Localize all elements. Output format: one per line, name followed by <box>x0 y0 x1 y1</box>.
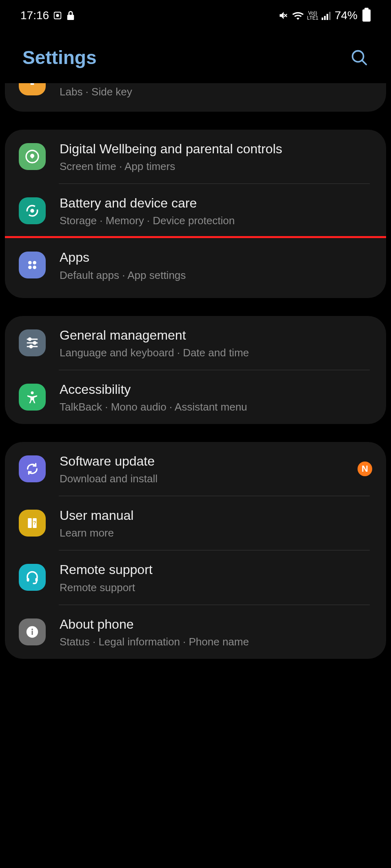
svg-line-7 <box>362 61 367 65</box>
svg-point-11 <box>28 261 32 265</box>
general-management-icon <box>19 329 46 356</box>
row-title: Remote support <box>60 561 372 579</box>
row-title: Accessibility <box>60 381 372 398</box>
svg-rect-4 <box>327 14 328 20</box>
status-bar: 17:16 Vo)) LTE1 74% <box>0 0 391 26</box>
row-digital-wellbeing[interactable]: Digital Wellbeing and parental controls … <box>5 130 386 183</box>
about-phone-icon <box>19 618 46 645</box>
row-user-manual[interactable]: ? User manual Learn more <box>5 496 386 550</box>
wifi-icon <box>292 11 304 20</box>
wellbeing-icon <box>19 143 46 170</box>
row-title: Battery and device care <box>60 194 372 212</box>
row-subtitle: Screen time · App timers <box>60 160 372 173</box>
row-subtitle: Remote support <box>60 581 372 594</box>
svg-rect-22 <box>28 518 31 528</box>
app-header: Settings <box>0 26 391 81</box>
svg-point-21 <box>31 391 34 394</box>
row-title: Software update <box>60 453 354 470</box>
svg-point-14 <box>33 266 36 269</box>
settings-section: Digital Wellbeing and parental controls … <box>5 130 386 298</box>
battery-percent: 74% <box>335 9 358 22</box>
row-subtitle: Storage · Memory · Device protection <box>60 214 372 227</box>
svg-rect-2 <box>322 18 323 20</box>
signal-icon <box>322 11 331 20</box>
row-title: Digital Wellbeing and parental controls <box>60 140 372 158</box>
row-software-update[interactable]: Software update Download and install N <box>5 442 386 496</box>
svg-point-18 <box>33 342 36 344</box>
svg-rect-25 <box>27 578 29 582</box>
settings-section: Software update Download and install N ?… <box>5 442 386 659</box>
page-title: Settings <box>22 46 96 68</box>
svg-point-10 <box>30 209 34 213</box>
row-remote-support[interactable]: Remote support Remote support <box>5 550 386 604</box>
remote-support-icon <box>19 564 46 591</box>
row-subtitle: Learn more <box>60 527 372 539</box>
row-subtitle: Labs · Side key <box>60 86 372 98</box>
row-advanced-features[interactable]: — Labs · Side key <box>5 83 386 112</box>
svg-rect-5 <box>329 12 331 20</box>
row-subtitle: TalkBack · Mono audio · Assistant menu <box>60 401 372 413</box>
clock: 17:16 <box>20 9 49 22</box>
row-about-phone[interactable]: About phone Status · Legal information ·… <box>5 605 386 659</box>
row-title: About phone <box>60 616 372 633</box>
update-badge: N <box>358 462 372 476</box>
row-subtitle: Download and install <box>60 473 354 485</box>
row-battery-care[interactable]: Battery and device care Storage · Memory… <box>5 184 386 238</box>
battery-icon <box>362 9 371 22</box>
settings-section: General management Language and keyboard… <box>5 316 386 424</box>
apps-icon <box>19 252 46 278</box>
svg-text:?: ? <box>33 520 36 526</box>
row-subtitle: Language and keyboard · Date and time <box>60 347 372 359</box>
svg-point-13 <box>28 266 32 269</box>
settings-section: — Labs · Side key <box>5 83 386 112</box>
svg-point-16 <box>29 338 31 340</box>
row-subtitle: Status · Legal information · Phone name <box>60 636 372 648</box>
row-subtitle: Default apps · App settings <box>60 269 372 282</box>
app-notification-icon <box>53 11 62 20</box>
advanced-features-icon <box>19 83 46 95</box>
row-apps[interactable]: Apps Default apps · App settings <box>5 236 386 298</box>
row-general-management[interactable]: General management Language and keyboard… <box>5 316 386 370</box>
row-title: Apps <box>60 249 372 266</box>
svg-point-20 <box>30 345 32 348</box>
svg-point-1 <box>56 14 59 17</box>
accessibility-icon <box>19 384 46 411</box>
battery-care-icon <box>19 197 46 224</box>
svg-rect-28 <box>32 631 33 635</box>
software-update-icon <box>19 455 46 482</box>
user-manual-icon: ? <box>19 510 46 537</box>
svg-point-12 <box>33 261 36 265</box>
svg-rect-3 <box>324 16 326 20</box>
mute-vibrate-icon <box>278 10 289 21</box>
row-title: General management <box>60 327 372 344</box>
volte-icon: Vo)) LTE1 <box>307 11 318 20</box>
lock-icon <box>66 10 75 21</box>
row-title: User manual <box>60 507 372 524</box>
svg-point-29 <box>31 628 33 630</box>
search-button[interactable] <box>350 48 369 67</box>
row-accessibility[interactable]: Accessibility TalkBack · Mono audio · As… <box>5 370 386 424</box>
